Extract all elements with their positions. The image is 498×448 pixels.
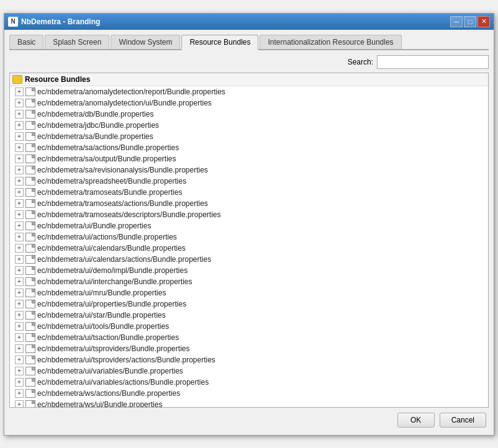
tree-item-label: ec/nbdemetra/ui/interchange/Bundle.prope… (37, 277, 192, 286)
tree-item[interactable]: +ec/nbdemetra/db/Bundle.properties (10, 109, 488, 120)
cancel-button[interactable]: Cancel (440, 413, 486, 428)
expand-icon[interactable]: + (15, 121, 24, 130)
tab-basic[interactable]: Basic (9, 35, 43, 49)
expand-icon[interactable]: + (15, 210, 24, 219)
expand-icon[interactable]: + (15, 110, 24, 119)
tree-item[interactable]: +ec/nbdemetra/jdbc/Bundle.properties (10, 120, 488, 131)
app-icon: N (8, 17, 18, 27)
maximize-button[interactable]: □ (464, 16, 476, 27)
tree-item-label: ec/nbdemetra/ui/tsaction/Bundle.properti… (37, 333, 179, 342)
tree-item[interactable]: +ec/nbdemetra/sa/output/Bundle.propertie… (10, 153, 488, 164)
tree-item[interactable]: +ec/nbdemetra/ws/ui/Bundle.properties (10, 399, 488, 408)
expand-icon[interactable]: + (15, 143, 24, 152)
close-button[interactable]: ✕ (478, 16, 490, 27)
tree-item-label: ec/nbdemetra/ui/star/Bundle.properties (37, 311, 166, 320)
expand-icon[interactable]: + (15, 344, 24, 353)
tree-item[interactable]: +ec/nbdemetra/anomalydetection/report/Bu… (10, 86, 488, 97)
tree-item[interactable]: +ec/nbdemetra/ui/variables/Bundle.proper… (10, 365, 488, 377)
tree-item[interactable]: +ec/nbdemetra/ui/properties/Bundle.prope… (10, 298, 488, 310)
expand-icon[interactable]: + (15, 166, 24, 174)
tree-item[interactable]: +ec/nbdemetra/ui/actions/Bundle.properti… (10, 231, 488, 243)
tree-item[interactable]: +ec/nbdemetra/tramoseats/descriptors/Bun… (10, 209, 488, 220)
tree-item-label: ec/nbdemetra/ws/actions/Bundle.propertie… (37, 389, 180, 398)
expand-icon[interactable]: + (15, 199, 24, 208)
expand-icon[interactable]: + (15, 255, 24, 264)
folder-icon (12, 75, 22, 84)
search-input[interactable] (377, 55, 489, 69)
tree-item[interactable]: +ec/nbdemetra/ui/star/Bundle.properties (10, 310, 488, 321)
expand-icon[interactable]: + (15, 132, 24, 141)
tree-item[interactable]: +ec/nbdemetra/ui/tsproviders/actions/Bun… (10, 354, 488, 365)
tree-item-label: ec/nbdemetra/sa/revisionanalysis/Bundle.… (37, 166, 208, 174)
tree-item-label: ec/nbdemetra/sa/output/Bundle.properties (37, 155, 176, 163)
expand-icon[interactable]: + (15, 311, 24, 320)
expand-icon[interactable]: + (15, 333, 24, 342)
file-icon (25, 210, 35, 219)
search-label: Search: (348, 58, 373, 66)
tree-item[interactable]: +ec/nbdemetra/ui/tsaction/Bundle.propert… (10, 332, 488, 343)
expand-icon[interactable]: + (15, 244, 24, 253)
tree-item-label: ec/nbdemetra/jdbc/Bundle.properties (37, 121, 159, 130)
tab-resource-bundles[interactable]: Resource Bundles (181, 35, 258, 50)
tree-item-label: ec/nbdemetra/ui/variables/Bundle.propert… (37, 367, 183, 375)
tree-item[interactable]: +ec/nbdemetra/spreadsheet/Bundle.propert… (10, 176, 488, 187)
tree-item-label: ec/nbdemetra/ui/actions/Bundle.propertie… (37, 233, 177, 241)
tree-item[interactable]: +ec/nbdemetra/ui/demo/impl/Bundle.proper… (10, 265, 488, 276)
tree-item[interactable]: +ec/nbdemetra/ui/calendars/Bundle.proper… (10, 243, 488, 254)
expand-icon[interactable]: + (15, 322, 24, 331)
expand-icon[interactable]: + (15, 222, 24, 230)
tree-item[interactable]: +ec/nbdemetra/ui/mru/Bundle.properties (10, 287, 488, 298)
expand-icon[interactable]: + (15, 300, 24, 308)
file-icon (25, 344, 35, 353)
tree-item-label: ec/nbdemetra/tramoseats/descriptors/Bund… (37, 210, 220, 219)
tree-item-label: ec/nbdemetra/ui/tsproviders/actions/Bund… (37, 356, 215, 364)
minimize-button[interactable]: ─ (450, 16, 463, 27)
tab-bar: Basic Splash Screen Window System Resour… (9, 35, 489, 50)
tree-item-label: ec/nbdemetra/tramoseats/Bundle.propertie… (37, 188, 182, 197)
expand-icon[interactable]: + (15, 99, 24, 107)
tree-item-label: ec/nbdemetra/ui/demo/impl/Bundle.propert… (37, 266, 188, 275)
file-icon (25, 400, 35, 408)
expand-icon[interactable]: + (15, 277, 24, 286)
tree-item[interactable]: +ec/nbdemetra/sa/Bundle.properties (10, 131, 488, 142)
title-bar-buttons: ─ □ ✕ (450, 16, 490, 27)
tree-container[interactable]: Resource Bundles +ec/nbdemetra/anomalyde… (9, 73, 489, 408)
expand-icon[interactable]: + (15, 188, 24, 197)
tree-item[interactable]: +ec/nbdemetra/ui/tools/Bundle.properties (10, 321, 488, 332)
tree-item[interactable]: +ec/nbdemetra/tramoseats/Bundle.properti… (10, 187, 488, 198)
tree-item-label: ec/nbdemetra/ws/ui/Bundle.properties (37, 400, 162, 408)
expand-icon[interactable]: + (15, 266, 24, 275)
tree-item[interactable]: +ec/nbdemetra/ui/tsproviders/Bundle.prop… (10, 343, 488, 354)
tree-item[interactable]: +ec/nbdemetra/ws/actions/Bundle.properti… (10, 388, 488, 399)
tab-window-system[interactable]: Window System (111, 35, 180, 49)
file-icon (25, 199, 35, 208)
expand-icon[interactable]: + (15, 233, 24, 241)
expand-icon[interactable]: + (15, 155, 24, 163)
expand-icon[interactable]: + (15, 389, 24, 398)
file-icon (25, 311, 35, 320)
file-icon (25, 87, 35, 96)
expand-icon[interactable]: + (15, 400, 24, 408)
expand-icon[interactable]: + (15, 289, 24, 297)
tree-item[interactable]: +ec/nbdemetra/sa/revisionanalysis/Bundle… (10, 164, 488, 176)
tree-item[interactable]: +ec/nbdemetra/tramoseats/actions/Bundle.… (10, 198, 488, 209)
tab-splash-screen[interactable]: Splash Screen (45, 35, 109, 49)
file-icon (25, 188, 35, 197)
expand-icon[interactable]: + (15, 367, 24, 375)
tree-root-label: Resource Bundles (25, 75, 90, 84)
ok-button[interactable]: OK (397, 413, 435, 428)
expand-icon[interactable]: + (15, 378, 24, 387)
tree-item[interactable]: +ec/nbdemetra/ui/interchange/Bundle.prop… (10, 276, 488, 287)
tree-item-label: ec/nbdemetra/ui/tsproviders/Bundle.prope… (37, 344, 189, 353)
file-icon (25, 255, 35, 264)
expand-icon[interactable]: + (15, 356, 24, 364)
tree-item[interactable]: +ec/nbdemetra/ui/variables/actions/Bundl… (10, 377, 488, 388)
tree-item[interactable]: +ec/nbdemetra/ui/calendars/actions/Bundl… (10, 254, 488, 265)
expand-icon[interactable]: + (15, 87, 24, 96)
tree-item[interactable]: +ec/nbdemetra/ui/Bundle.properties (10, 220, 488, 231)
tree-item[interactable]: +ec/nbdemetra/anomalydetection/ui/Bundle… (10, 97, 488, 109)
file-icon (25, 266, 35, 275)
tab-i18n-resource-bundles[interactable]: Internationalization Resource Bundles (260, 35, 401, 49)
expand-icon[interactable]: + (15, 177, 24, 186)
tree-item[interactable]: +ec/nbdemetra/sa/actions/Bundle.properti… (10, 142, 488, 153)
